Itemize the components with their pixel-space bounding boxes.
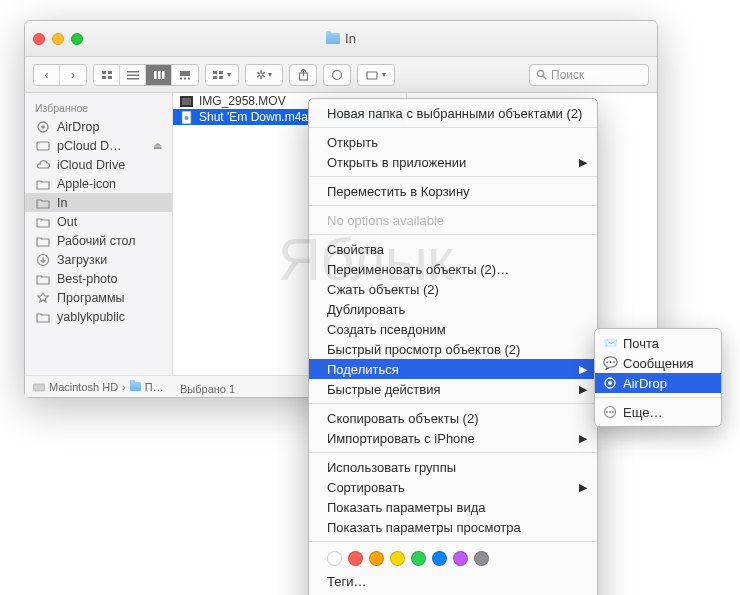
sidebar-item-label: yablykpublic xyxy=(57,310,125,324)
tag-color-0[interactable] xyxy=(327,551,342,566)
dropdown-button[interactable]: ▾ xyxy=(358,65,394,85)
svg-rect-8 xyxy=(158,71,161,79)
path-seg-2[interactable]: П… xyxy=(145,381,164,393)
menu-new-folder[interactable]: Новая папка с выбранными объектами (2) xyxy=(309,103,597,123)
airdrop-icon xyxy=(35,120,51,134)
view-column-button[interactable] xyxy=(146,65,172,85)
sidebar-item-label: Рабочий стол xyxy=(57,234,135,248)
arrange-button-group: ▾ xyxy=(205,64,239,86)
tag-color-5[interactable] xyxy=(432,551,447,566)
zoom-button[interactable] xyxy=(71,33,83,45)
tag-color-4[interactable] xyxy=(411,551,426,566)
tag-color-2[interactable] xyxy=(369,551,384,566)
folder-icon xyxy=(35,310,51,324)
svg-rect-16 xyxy=(213,76,217,79)
chevron-right-icon: ▶ xyxy=(579,363,587,376)
context-menu: Новая папка с выбранными объектами (2) О… xyxy=(308,98,598,595)
share-button[interactable] xyxy=(289,64,317,86)
file-icon xyxy=(179,111,194,124)
menu-view-options[interactable]: Показать параметры вида xyxy=(309,497,597,517)
view-icon-button[interactable] xyxy=(94,65,120,85)
back-button[interactable]: ‹ xyxy=(34,65,60,85)
menu-trash[interactable]: Переместить в Корзину xyxy=(309,181,597,201)
toolbar: ‹ › ▾ ✲▾ ▾ Поиск xyxy=(25,57,657,93)
svg-rect-11 xyxy=(180,77,182,79)
forward-button[interactable]: › xyxy=(60,65,86,85)
svg-rect-25 xyxy=(37,142,49,150)
svg-point-19 xyxy=(333,70,342,79)
sidebar-item-3[interactable]: Apple-icon xyxy=(25,174,172,193)
tag-color-6[interactable] xyxy=(453,551,468,566)
menu-quick-actions[interactable]: Быстрые действия▶ xyxy=(309,379,597,399)
chevron-right-icon: ▶ xyxy=(579,383,587,396)
svg-rect-2 xyxy=(102,76,106,79)
eject-icon[interactable]: ⏏ xyxy=(153,140,162,151)
path-seg-1[interactable]: Macintosh HD xyxy=(49,381,118,393)
svg-rect-12 xyxy=(184,77,186,79)
dropdown-button-group: ▾ xyxy=(357,64,395,86)
folder-icon xyxy=(35,177,51,191)
tag-color-1[interactable] xyxy=(348,551,363,566)
submenu-messages[interactable]: 💬Сообщения xyxy=(595,353,721,373)
svg-rect-5 xyxy=(127,74,139,76)
sidebar-item-7[interactable]: Загрузки xyxy=(25,250,172,269)
tags-button[interactable] xyxy=(323,64,351,86)
menu-info[interactable]: Свойства xyxy=(309,239,597,259)
sidebar: Избранное AirDroppCloud D…⏏iCloud DriveA… xyxy=(25,93,173,375)
sidebar-item-0[interactable]: AirDrop xyxy=(25,117,172,136)
arrange-button[interactable]: ▾ xyxy=(206,65,238,85)
search-input[interactable]: Поиск xyxy=(529,64,649,86)
titlebar: In xyxy=(25,21,657,57)
action-button[interactable]: ✲▾ xyxy=(246,65,282,85)
sidebar-item-9[interactable]: Программы xyxy=(25,288,172,307)
menu-compress[interactable]: Сжать объекты (2) xyxy=(309,279,597,299)
sidebar-item-label: Загрузки xyxy=(57,253,107,267)
tag-color-7[interactable] xyxy=(474,551,489,566)
menu-duplicate[interactable]: Дублировать xyxy=(309,299,597,319)
menu-no-options: No options available xyxy=(309,210,597,230)
view-buttons xyxy=(93,64,199,86)
sidebar-item-label: Out xyxy=(57,215,77,229)
menu-share[interactable]: Поделиться▶ xyxy=(309,359,597,379)
messages-icon: 💬 xyxy=(602,355,618,371)
menu-import-iphone[interactable]: Импортировать с iPhone▶ xyxy=(309,428,597,448)
submenu-mail[interactable]: 📨Почта xyxy=(595,333,721,353)
submenu-more[interactable]: Еще… xyxy=(595,402,721,422)
search-placeholder: Поиск xyxy=(551,68,584,82)
menu-open-with[interactable]: Открыть в приложении▶ xyxy=(309,152,597,172)
svg-rect-15 xyxy=(219,71,223,74)
chevron-right-icon: ▶ xyxy=(579,432,587,445)
sidebar-item-6[interactable]: Рабочий стол xyxy=(25,231,172,250)
menu-tags[interactable]: Теги… xyxy=(309,571,597,591)
menu-alias[interactable]: Создать псевдоним xyxy=(309,319,597,339)
close-button[interactable] xyxy=(33,33,45,45)
minimize-button[interactable] xyxy=(52,33,64,45)
disk-icon xyxy=(35,139,51,153)
share-submenu: 📨Почта 💬Сообщения AirDrop Еще… xyxy=(594,328,722,427)
menu-rename[interactable]: Переименовать объекты (2)… xyxy=(309,259,597,279)
sidebar-item-label: AirDrop xyxy=(57,120,99,134)
menu-copy[interactable]: Скопировать объекты (2) xyxy=(309,408,597,428)
menu-preview-options[interactable]: Показать параметры просмотра xyxy=(309,517,597,537)
sidebar-item-5[interactable]: Out xyxy=(25,212,172,231)
view-gallery-button[interactable] xyxy=(172,65,198,85)
sidebar-item-2[interactable]: iCloud Drive xyxy=(25,155,172,174)
submenu-airdrop[interactable]: AirDrop xyxy=(595,373,721,393)
action-button-group: ✲▾ xyxy=(245,64,283,86)
tags-row xyxy=(309,546,597,571)
tag-color-3[interactable] xyxy=(390,551,405,566)
svg-rect-3 xyxy=(108,76,112,79)
menu-groups[interactable]: Использовать группы xyxy=(309,457,597,477)
svg-rect-0 xyxy=(102,71,106,74)
view-list-button[interactable] xyxy=(120,65,146,85)
menu-open[interactable]: Открыть xyxy=(309,132,597,152)
menu-quicklook[interactable]: Быстрый просмотр объектов (2) xyxy=(309,339,597,359)
disk-icon xyxy=(33,382,45,392)
sidebar-item-8[interactable]: Best-photo xyxy=(25,269,172,288)
sidebar-item-1[interactable]: pCloud D…⏏ xyxy=(25,136,172,155)
svg-point-35 xyxy=(606,411,608,413)
sidebar-item-4[interactable]: In xyxy=(25,193,172,212)
sidebar-item-10[interactable]: yablykpublic xyxy=(25,307,172,326)
menu-sort[interactable]: Сортировать▶ xyxy=(309,477,597,497)
sidebar-item-label: pCloud D… xyxy=(57,139,122,153)
